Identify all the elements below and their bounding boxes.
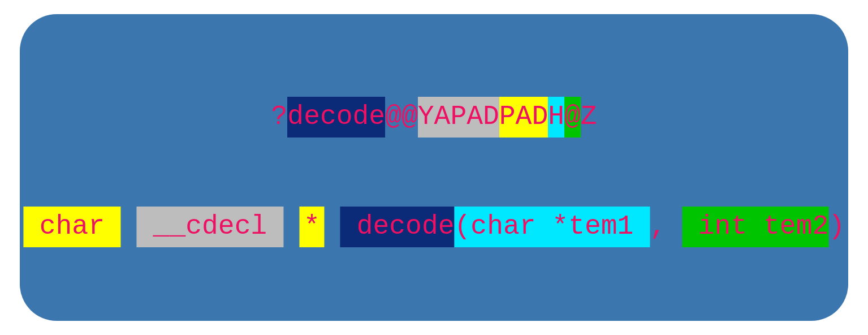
mangled-param1: PAD: [499, 97, 548, 138]
demangled-signature-row: char __cdecl * decode(char *tem1 , int t…: [23, 207, 845, 247]
mangled-call-return: YAPAD: [418, 97, 499, 138]
lparen: (: [455, 211, 471, 242]
diagram-panel: ?decode@@YAPADPADH @Z char __cdecl * dec…: [20, 14, 848, 321]
mangled-sep: @@: [385, 97, 418, 138]
rparen: ): [828, 207, 845, 247]
param1: char *tem1: [470, 211, 633, 242]
mangled-prefix: ?: [271, 97, 288, 138]
param2-group: int tem2: [682, 207, 828, 247]
param2: int tem2: [698, 211, 828, 242]
pointer-star: *: [299, 207, 325, 247]
calling-convention: __cdecl: [137, 207, 283, 247]
mangled-name-row: ?decode@@YAPADPADH @Z: [271, 97, 597, 138]
return-type: char: [23, 207, 121, 247]
comma: ,: [650, 207, 666, 247]
param1-group: (char *tem1: [455, 207, 650, 247]
mangled-func-name: decode: [287, 97, 385, 138]
mangled-term: @Z: [564, 97, 597, 138]
mangled-param2: H: [548, 97, 564, 138]
func-name: decode: [340, 207, 455, 247]
